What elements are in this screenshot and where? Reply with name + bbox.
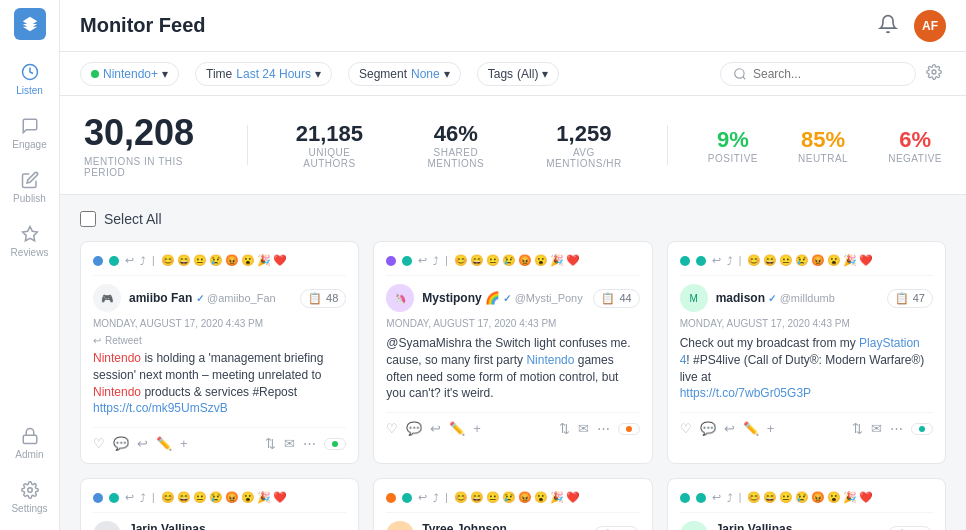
retweet-label: ↩Retweet bbox=[93, 335, 346, 346]
search-icon bbox=[733, 67, 747, 81]
score-badge: 📋 30 bbox=[593, 526, 639, 530]
negative-label: NEGATIVE bbox=[888, 153, 942, 164]
comment-button[interactable]: 💬 bbox=[113, 436, 129, 451]
edit-button[interactable]: ✏️ bbox=[449, 421, 465, 436]
topic-filter[interactable]: Nintendo+ ▾ bbox=[80, 62, 179, 86]
positive-label: POSITIVE bbox=[708, 153, 758, 164]
notifications-button[interactable] bbox=[874, 10, 902, 41]
select-all-checkbox[interactable] bbox=[80, 211, 96, 227]
sidebar-item-reviews[interactable]: Reviews bbox=[4, 216, 56, 266]
list-item: ↩ ⤴ | 😊😄😐😢😡😮🎉❤️ J Jarin Vallinas @jarin_… bbox=[80, 478, 359, 530]
shared-pct: 46% bbox=[411, 121, 501, 147]
more-button[interactable]: ✉ bbox=[871, 421, 882, 436]
mentions-count: 30,208 bbox=[84, 112, 207, 154]
like-button[interactable]: ♡ bbox=[93, 436, 105, 451]
score-badge: 📋 47 bbox=[887, 289, 933, 308]
user-name: Tyree Johnson bbox=[422, 522, 526, 530]
comment-button[interactable]: 💬 bbox=[406, 421, 422, 436]
avg-count: 1,259 bbox=[541, 121, 627, 147]
card-user-4: J Jarin Vallinas @jarin_vallinas bbox=[93, 521, 346, 530]
app-logo[interactable] bbox=[14, 8, 46, 40]
retweet-icon: ↩ bbox=[418, 491, 427, 504]
user-name: Jarin Vallinas bbox=[129, 522, 206, 530]
retweet-button[interactable]: ↩ bbox=[724, 421, 735, 436]
sidebar: Listen Engage Publish Reviews Admin Sett… bbox=[0, 0, 60, 530]
list-item: ↩ ⤴ | 😊😄😐😢😡😮🎉❤️ 🦄 Mystipony 🌈 ✓ @Mysti_P… bbox=[373, 241, 652, 464]
card-top-1: ↩ ⤴ | 😊😄😐😢😡😮🎉❤️ bbox=[93, 254, 346, 276]
main-content: Monitor Feed AF Nintendo+ ▾ Time Last 24… bbox=[60, 0, 966, 530]
card-actions-1: ♡ 💬 ↩ ✏️ + ⇅ ✉ ⋯ bbox=[93, 427, 346, 451]
sidebar-label-reviews: Reviews bbox=[11, 247, 49, 258]
tags-filter[interactable]: Tags (All) ▾ bbox=[477, 62, 560, 86]
edit-button[interactable]: ✏️ bbox=[743, 421, 759, 436]
sidebar-item-engage[interactable]: Engage bbox=[4, 108, 56, 158]
comment-button[interactable]: 💬 bbox=[700, 421, 716, 436]
svg-point-3 bbox=[27, 488, 32, 493]
time-filter[interactable]: Time Last 24 Hours ▾ bbox=[195, 62, 332, 86]
tags-value: (All) bbox=[517, 67, 538, 81]
share-button[interactable]: ⇅ bbox=[852, 421, 863, 436]
neutral-label: NEUTRAL bbox=[798, 153, 848, 164]
settings-gear-button[interactable] bbox=[922, 60, 946, 87]
options-button[interactable]: ⋯ bbox=[303, 436, 316, 451]
more-button[interactable]: ✉ bbox=[578, 421, 589, 436]
card-actions-2: ♡ 💬 ↩ ✏️ + ⇅ ✉ ⋯ bbox=[386, 412, 639, 436]
card-user-6: J Jarin Vallinas @jarin_vallinas 📋 35 bbox=[680, 521, 933, 530]
score-value: 48 bbox=[326, 292, 338, 304]
card-top-4: ↩ ⤴ | 😊😄😐😢😡😮🎉❤️ bbox=[93, 491, 346, 513]
card-date-1: MONDAY, AUGUST 17, 2020 4:43 PM bbox=[93, 318, 346, 329]
retweet-button[interactable]: ↩ bbox=[430, 421, 441, 436]
segment-filter[interactable]: Segment None ▾ bbox=[348, 62, 461, 86]
share-icon: ⤴ bbox=[433, 255, 439, 267]
share-button[interactable]: ⇅ bbox=[559, 421, 570, 436]
emoji-row: 😊😄😐😢😡😮🎉❤️ bbox=[454, 491, 580, 504]
card-link-3[interactable]: https://t.co/7wbGr05G3P bbox=[680, 386, 811, 400]
topic-chevron-icon: ▾ bbox=[162, 67, 168, 81]
action-score-badge bbox=[618, 423, 640, 435]
card-link-1[interactable]: https://t.co/mk95UmSzvB bbox=[93, 401, 228, 415]
list-item: ↩ ⤴ | 😊😄😐😢😡😮🎉❤️ 🎮 amiibo Fan ✓ @amiibo_F… bbox=[80, 241, 359, 464]
add-button[interactable]: + bbox=[473, 421, 481, 436]
add-button[interactable]: + bbox=[767, 421, 775, 436]
time-chevron-icon: ▾ bbox=[315, 67, 321, 81]
like-button[interactable]: ♡ bbox=[680, 421, 692, 436]
stats-bar: 30,208 MENTIONS IN THIS PERIOD 21,185 UN… bbox=[60, 96, 966, 195]
card-text-3: Check out my broadcast from my PlayStati… bbox=[680, 335, 933, 402]
card-date-2: MONDAY, AUGUST 17, 2020 4:43 PM bbox=[386, 318, 639, 329]
card-date-3: MONDAY, AUGUST 17, 2020 4:43 PM bbox=[680, 318, 933, 329]
sentiment-dot bbox=[626, 426, 632, 432]
sidebar-item-listen[interactable]: Listen bbox=[4, 54, 56, 104]
segment-value: None bbox=[411, 67, 440, 81]
options-button[interactable]: ⋯ bbox=[597, 421, 610, 436]
add-button[interactable]: + bbox=[180, 436, 188, 451]
list-item: ↩ ⤴ | 😊😄😐😢😡😮🎉❤️ T Tyree Johnson @TMoneyC… bbox=[373, 478, 652, 530]
stat-avg: 1,259 AVG MENTIONS/HR bbox=[541, 121, 627, 169]
svg-rect-2 bbox=[23, 435, 37, 443]
time-label: Time bbox=[206, 67, 232, 81]
score-badge: 📋 44 bbox=[593, 289, 639, 308]
score-value: 47 bbox=[913, 292, 925, 304]
status-dot bbox=[696, 493, 706, 503]
search-input[interactable] bbox=[753, 67, 903, 81]
segment-label: Segment bbox=[359, 67, 407, 81]
negative-pct: 6% bbox=[888, 127, 942, 153]
share-button[interactable]: ⇅ bbox=[265, 436, 276, 451]
user-avatar-button[interactable]: AF bbox=[914, 10, 946, 42]
sidebar-item-settings[interactable]: Settings bbox=[4, 472, 56, 522]
sidebar-item-admin[interactable]: Admin bbox=[4, 418, 56, 468]
avatar: M bbox=[680, 284, 708, 312]
reviews-icon bbox=[20, 224, 40, 244]
page-title: Monitor Feed bbox=[80, 14, 206, 37]
more-button[interactable]: ✉ bbox=[284, 436, 295, 451]
card-text-2: @SyamaMishra the Switch light confuses m… bbox=[386, 335, 639, 402]
user-handle: @milldumb bbox=[780, 292, 835, 304]
edit-button[interactable]: ✏️ bbox=[156, 436, 172, 451]
sidebar-item-publish[interactable]: Publish bbox=[4, 162, 56, 212]
options-button[interactable]: ⋯ bbox=[890, 421, 903, 436]
like-button[interactable]: ♡ bbox=[386, 421, 398, 436]
tags-label: Tags bbox=[488, 67, 513, 81]
retweet-button[interactable]: ↩ bbox=[137, 436, 148, 451]
select-all-label[interactable]: Select All bbox=[104, 211, 162, 227]
score-badge: 📋 35 bbox=[887, 526, 933, 530]
score-badge: 📋 48 bbox=[300, 289, 346, 308]
